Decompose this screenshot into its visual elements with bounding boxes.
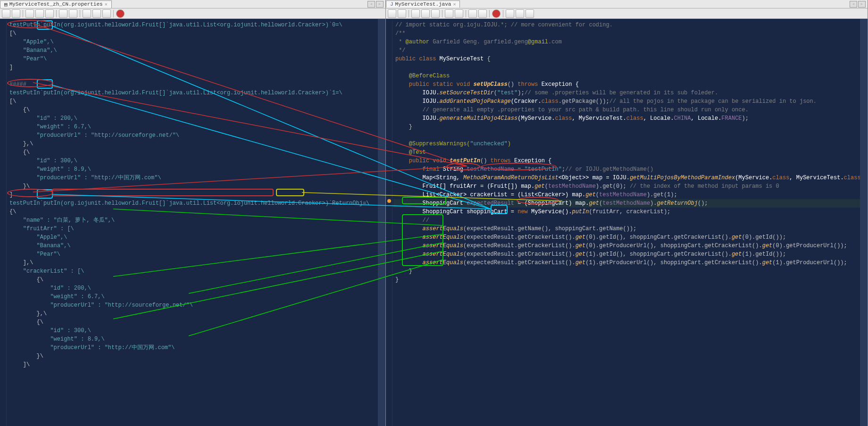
code-line[interactable]: "Pear"\ xyxy=(8,250,385,259)
code-line[interactable]: "Apple",\ xyxy=(8,38,385,46)
code-line[interactable]: /** xyxy=(393,29,868,38)
code-line[interactable]: },\ xyxy=(8,309,385,318)
breakpoint-icon[interactable] xyxy=(492,9,501,18)
code-line[interactable]: @SuppressWarnings("unchecked") xyxy=(393,140,868,148)
left-tab[interactable]: ▤ MyServiceTest_zh_CN.properties ✕ xyxy=(0,0,112,8)
code-line[interactable]: {\ xyxy=(8,318,385,326)
toolbar-btn[interactable] xyxy=(455,9,463,18)
code-line[interactable]: "weight" : 6.7,\ xyxy=(8,292,385,301)
code-line[interactable]: Map<String, MethodParamAndReturnObjsList… xyxy=(393,174,868,182)
nav-right-icon[interactable]: ► xyxy=(858,1,866,8)
lightbulb-icon[interactable] xyxy=(387,199,391,203)
code-line[interactable]: IOJU.addGrantedPojoPackage(Cracker.class… xyxy=(393,97,868,106)
code-line[interactable]: "fruitArr" : [\ xyxy=(8,225,385,233)
code-line[interactable]: ##### xyxy=(8,80,385,89)
code-line[interactable]: } xyxy=(393,267,868,276)
vertical-scrollbar[interactable] xyxy=(860,19,868,426)
code-line[interactable]: [\ xyxy=(8,97,385,106)
code-line[interactable]: ]\ xyxy=(8,360,385,369)
right-tab[interactable]: J MyServiceTest.java ✕ xyxy=(386,0,460,8)
code-line[interactable]: "producerUrl" : "http://sourceforge.net/… xyxy=(8,301,385,309)
left-editor[interactable]: testPutIn`putIn(org.iojunit.helloworld.F… xyxy=(0,19,385,426)
code-line[interactable]: ] xyxy=(8,63,385,72)
breakpoint-icon[interactable] xyxy=(116,9,125,18)
code-line[interactable]: "Apple",\ xyxy=(8,233,385,242)
code-line[interactable] xyxy=(393,131,868,140)
toolbar-btn[interactable] xyxy=(478,9,487,18)
toolbar-btn[interactable] xyxy=(45,9,54,18)
code-line[interactable]: ShoppingCart expectedResult = (ShoppingC… xyxy=(393,199,868,208)
code-line[interactable]: "Banana",\ xyxy=(8,46,385,55)
toolbar-btn[interactable] xyxy=(69,9,77,18)
code-line[interactable]: "weight" : 8.9,\ xyxy=(8,335,385,343)
code-line[interactable]: "id" : 200,\ xyxy=(8,284,385,292)
code-line[interactable]: ] xyxy=(8,191,385,199)
code-line[interactable]: }\ xyxy=(8,352,385,360)
code-line[interactable]: // xyxy=(393,216,868,225)
vertical-scrollbar[interactable] xyxy=(378,19,385,426)
code-line[interactable]: public void testPutIn() throws Exception… xyxy=(393,157,868,165)
code-line[interactable]: assertEquals(expectedResult.getName(), s… xyxy=(393,225,868,233)
right-editor[interactable]: // import static org.ioju.IOJU.*; // mor… xyxy=(386,19,868,426)
toolbar-btn[interactable] xyxy=(468,9,477,18)
code-line[interactable]: // generate all empty .properties to you… xyxy=(393,106,868,114)
code-line[interactable]: @BeforeClass xyxy=(393,72,868,80)
code-line[interactable] xyxy=(393,63,868,72)
toolbar-btn[interactable] xyxy=(398,9,406,18)
code-line[interactable]: [\ xyxy=(8,29,385,38)
code-line[interactable]: assertEquals(expectedResult.getCrackerLi… xyxy=(393,250,868,259)
code-line[interactable]: "name" : "白菜, 萝卜, 冬瓜",\ xyxy=(8,216,385,225)
code-line[interactable]: "producerUrl" : "http://sourceforge.net/… xyxy=(8,131,385,140)
code-line[interactable]: "producerUrl" : "http://中国万网.com"\ xyxy=(8,174,385,182)
code-line[interactable]: {\ xyxy=(8,208,385,216)
toolbar-btn[interactable] xyxy=(411,9,420,18)
code-line[interactable]: public class MyServiceTest { xyxy=(393,55,868,63)
code-line[interactable]: testPutIn`putIn(org.iojunit.helloworld.F… xyxy=(8,21,385,29)
code-line[interactable]: "weight" : 6.7,\ xyxy=(8,123,385,131)
code-line[interactable]: } xyxy=(393,123,868,131)
toolbar-btn[interactable] xyxy=(25,9,34,18)
toolbar-btn[interactable] xyxy=(102,9,111,18)
toolbar-btn[interactable] xyxy=(35,9,44,18)
toolbar-btn[interactable] xyxy=(506,9,514,18)
code-line[interactable]: @Test xyxy=(393,148,868,157)
code-line[interactable]: {\ xyxy=(8,276,385,284)
nav-right-icon[interactable]: ► xyxy=(376,1,384,8)
nav-left-icon[interactable]: ◄ xyxy=(850,1,857,8)
nav-left-icon[interactable]: ◄ xyxy=(367,1,375,8)
toolbar-btn[interactable] xyxy=(421,9,430,18)
code-line[interactable]: */ xyxy=(393,46,868,55)
code-line[interactable]: {\ xyxy=(8,148,385,157)
toolbar-btn[interactable] xyxy=(516,9,524,18)
code-line[interactable]: IOJU.setSourceTestDir("test");// some .p… xyxy=(393,89,868,97)
code-line[interactable]: "id" : 200,\ xyxy=(8,114,385,123)
code-line[interactable]: ShoppingCart shoppingCart = new MyServic… xyxy=(393,208,868,216)
code-line[interactable]: "crackerList" : [\ xyxy=(8,267,385,276)
code-line[interactable]: final String testMethodName = "testPutIn… xyxy=(393,165,868,174)
code-line[interactable]: } xyxy=(393,276,868,284)
code-line[interactable]: {\ xyxy=(8,106,385,114)
code-line[interactable]: IOJU.generateMultiPojo4Class(MyService.c… xyxy=(393,114,868,123)
close-icon[interactable]: ✕ xyxy=(105,1,108,7)
code-line[interactable]: "Banana",\ xyxy=(8,242,385,250)
close-icon[interactable]: ✕ xyxy=(453,1,456,7)
toolbar-btn[interactable] xyxy=(92,9,101,18)
code-line[interactable]: }\ xyxy=(8,182,385,191)
code-line[interactable]: // import static org.ioju.IOJU.*; // mor… xyxy=(393,21,868,29)
toolbar-btn[interactable] xyxy=(431,9,440,18)
code-line[interactable]: testPutIn`putIn(org.iojunit.helloworld.F… xyxy=(8,199,385,208)
code-line[interactable]: public static void setUpClass() throws E… xyxy=(393,80,868,89)
code-line[interactable]: assertEquals(expectedResult.getCrackerLi… xyxy=(393,233,868,242)
code-line[interactable]: assertEquals(expectedResult.getCrackerLi… xyxy=(393,259,868,267)
code-line[interactable] xyxy=(8,72,385,80)
code-line[interactable]: assertEquals(expectedResult.getCrackerLi… xyxy=(393,242,868,250)
code-line[interactable]: "weight" : 8.9,\ xyxy=(8,165,385,174)
code-line[interactable]: List<Cracker> crackerList = (List<Cracke… xyxy=(393,191,868,199)
code-line[interactable]: * @author Garfield Geng. garfield.geng@g… xyxy=(393,38,868,46)
toolbar-btn[interactable] xyxy=(526,9,534,18)
toolbar-btn[interactable] xyxy=(83,9,91,18)
code-line[interactable]: "producerUrl" : "http://中国万网.com"\ xyxy=(8,343,385,352)
code-line[interactable]: ],\ xyxy=(8,259,385,267)
code-line[interactable]: Fruit[] fruitArr = (Fruit[]) map.get(tes… xyxy=(393,182,868,191)
toolbar-btn[interactable] xyxy=(388,9,396,18)
